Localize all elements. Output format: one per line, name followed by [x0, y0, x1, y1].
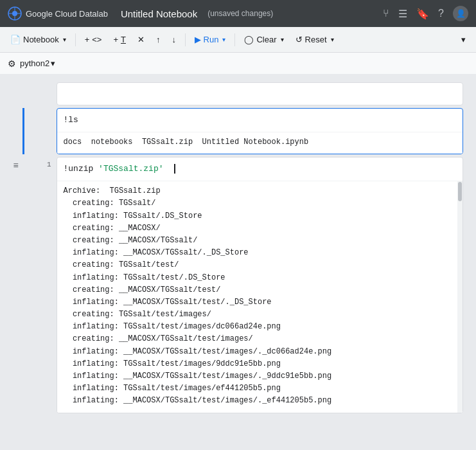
account-icon[interactable]: 👤	[453, 6, 468, 21]
move-down-button[interactable]: ↓	[166, 32, 181, 47]
code-icon: <>	[92, 35, 101, 44]
run-button[interactable]: ▶ Run ▾	[190, 32, 231, 47]
cell-unzip-body[interactable]: !unzip 'TGSsalt.zip' Archive: TGSsalt.zi…	[57, 157, 463, 413]
separator-2	[185, 33, 186, 46]
help-icon[interactable]: ?	[438, 8, 444, 19]
toolbar-more-button[interactable]: ▾	[456, 32, 471, 47]
cell-unzip-line-number: 1	[27, 157, 57, 168]
unsaved-label: (unsaved changes)	[207, 9, 273, 18]
move-up-button[interactable]: ↑	[151, 32, 166, 47]
delete-icon: ✕	[137, 35, 145, 44]
notebook-menu-button[interactable]: 📄 Notebook ▾	[5, 32, 71, 47]
reset-circle-icon: ↺	[295, 35, 303, 44]
cell-empty	[7, 82, 470, 105]
notebook-dropdown-arrow: ▾	[63, 36, 66, 43]
notebook-icon: 📄	[10, 35, 21, 44]
add-code-icon: +	[85, 35, 90, 44]
top-bar-icons: ⑂ ☰ 🔖 ? 👤	[383, 6, 468, 21]
toolbar-more-icon: ▾	[461, 35, 466, 44]
add-text-plus-icon: +	[113, 35, 118, 44]
run-label: ▶ Run	[195, 35, 218, 44]
cell-unzip-input[interactable]: !unzip 'TGSsalt.zip'	[57, 158, 463, 181]
cell-empty-body[interactable]	[57, 82, 463, 105]
fork-icon[interactable]: ⑂	[383, 8, 389, 19]
separator-3	[234, 33, 235, 46]
add-text-button[interactable]: + T	[108, 32, 131, 47]
clear-circle-icon: ◯	[244, 35, 254, 44]
kernel-dropdown-arrow[interactable]: ▾	[51, 59, 55, 68]
cmd-text: !unzip	[64, 164, 99, 174]
move-down-icon: ↓	[172, 35, 176, 44]
kernel-icon: ⚙	[8, 59, 16, 69]
hamburger-icon[interactable]: ≡	[13, 156, 19, 170]
list-icon[interactable]: ☰	[398, 8, 407, 20]
notebook-label: Notebook	[23, 35, 59, 44]
scrollbar-thumb[interactable]	[458, 182, 462, 201]
cursor-pos	[164, 164, 176, 174]
clear-dropdown-arrow: ▾	[281, 36, 284, 43]
cell-ls-output: docs notebooks TGSsalt.zip Untitled Note…	[57, 132, 463, 154]
reset-label: Reset	[305, 35, 327, 44]
text-cursor	[169, 164, 175, 174]
separator-1	[75, 33, 76, 46]
cell-ls-indicator	[22, 108, 24, 154]
run-dropdown-arrow: ▾	[222, 36, 225, 43]
cell-unzip-output-container: Archive: TGSsalt.zip creating: TGSsalt/ …	[57, 181, 463, 412]
notebook-title: Untitled Notebook	[121, 8, 197, 19]
reset-button[interactable]: ↺ Reset ▾	[290, 32, 339, 47]
string-text: 'TGSsalt.zip'	[98, 164, 163, 174]
cell-ls-input[interactable]: !ls	[57, 109, 463, 132]
cell-unzip: ≡ 1 !unzip 'TGSsalt.zip' Archive: TGSsal…	[7, 157, 470, 413]
cell-unzip-output: Archive: TGSsalt.zip creating: TGSsalt/ …	[57, 181, 463, 412]
cell-ls: !ls docs notebooks TGSsalt.zip Untitled …	[7, 108, 470, 154]
app-logo: Google Cloud Datalab	[8, 6, 108, 21]
app-name-label: Google Cloud Datalab	[26, 9, 108, 19]
move-up-icon: ↑	[156, 35, 161, 44]
notebook-area: !ls docs notebooks TGSsalt.zip Untitled …	[0, 75, 476, 450]
clear-label: Clear	[256, 35, 276, 44]
reset-dropdown-arrow: ▾	[331, 36, 334, 43]
toolbar: 📄 Notebook ▾ + <> + T ✕ ↑ ↓ ▶ Run ▾ ◯ Cl…	[0, 27, 476, 53]
cell-ls-body[interactable]: !ls docs notebooks TGSsalt.zip Untitled …	[57, 108, 463, 154]
kernel-bar: ⚙ python2 ▾	[0, 53, 476, 75]
add-code-button[interactable]: + <>	[80, 32, 107, 47]
bookmark-icon[interactable]: 🔖	[416, 8, 429, 20]
top-bar: Google Cloud Datalab Untitled Notebook (…	[0, 0, 476, 27]
clear-button[interactable]: ◯ Clear ▾	[239, 32, 288, 47]
text-format-icon: T	[121, 35, 126, 44]
delete-cell-button[interactable]: ✕	[132, 32, 150, 47]
scrollbar-track[interactable]	[457, 181, 463, 412]
cell-unzip-menu-area: ≡	[13, 157, 22, 171]
logo-icon	[8, 6, 22, 21]
kernel-label: python2	[20, 59, 49, 68]
